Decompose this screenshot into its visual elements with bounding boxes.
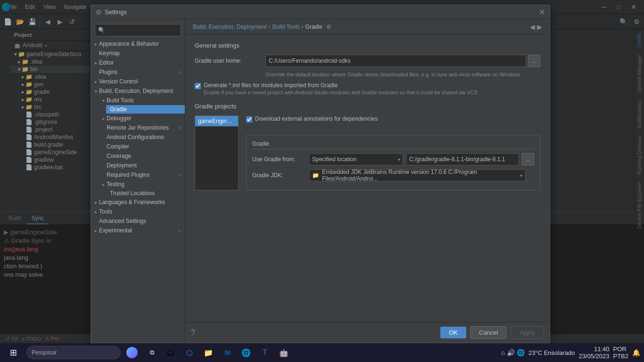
nav-arrow-experimental: ▸ [95,228,97,233]
gradle-section-label: Gradle [252,140,534,149]
nav-appearance-behavior[interactable]: ▸ Appearance & Behavior [91,39,185,49]
nav-advanced-settings[interactable]: ▸ Advanced Settings [91,216,185,226]
nav-arrow-lang: ▸ [95,200,97,205]
generate-iml-checkbox[interactable] [195,83,201,89]
nav-arrow-build: ▾ [95,89,97,94]
cortana-button[interactable] [126,347,138,358]
settings-search-container[interactable]: 🔍 [95,24,181,36]
nav-gradle[interactable]: Gradle [106,105,185,114]
nav-coverage[interactable]: ▸ Coverage [99,151,185,161]
gradle-jdk-select[interactable]: 📁 Embedded JDK JetBrains Runtime version… [309,169,526,181]
taskbar-temp: 23°C Ensolarado [528,349,575,356]
nav-arrow-tools: ▸ [95,209,97,214]
nav-label-plugins: Plugins [99,69,117,75]
nav-debugger[interactable]: ▸ Debugger [99,114,185,123]
nav-experimental[interactable]: ▸ Experimental ≡ [91,226,185,235]
nav-build-deployment[interactable]: ▾ Build, Execution, Deployment [91,86,185,96]
dialog-title-bar: ⚙ Settings ✕ [91,5,550,19]
gradle-jdk-row: Gradle JDK: 📁 Embedded JDK JetBrains Run… [252,169,534,181]
projects-section: gameEngineSeScrol Download external anno… [195,115,540,190]
taskbar-right-area: ⌂ 🔊 🌐 23°C Ensolarado 11:40 23/05/2023 P… [501,346,640,360]
system-tray[interactable]: ⌂ 🔊 🌐 [501,349,525,356]
start-button[interactable]: ⊞ [4,345,23,360]
settings-search-input[interactable] [107,27,178,33]
download-annotations-row: Download external annotations for depend… [246,115,540,123]
breadcrumb-back[interactable]: ◀ [530,23,535,31]
taskbar-chrome[interactable]: 🌐 [238,344,255,361]
settings-navigation: 🔍 ▸ Appearance & Behavior ▸ Keymap ▸ Edi… [91,19,185,343]
nav-testing[interactable]: ▸ Testing [99,180,185,189]
nav-keymap[interactable]: ▸ Keymap [91,49,185,58]
nav-required-plugins[interactable]: ▸ Required Plugins ≡ [99,170,185,180]
breadcrumb-settings-icon[interactable]: ⚙ [326,24,331,30]
nav-label-build: Build, Execution, Deployment [99,88,173,94]
nav-ext-experimental: ≡ [178,228,181,233]
nav-label-android-configs: Android Configurations [107,134,164,140]
projects-list: gameEngineSeScrol [195,115,239,190]
gradle-path-browse-button[interactable]: … [522,153,534,165]
breadcrumb-bar: Build, Execution, Deployment › Build Too… [185,19,550,34]
project-item-main[interactable]: gameEngineSeScrol [195,116,238,126]
nav-label-gradle: Gradle [110,106,127,113]
settings-content: Build, Execution, Deployment › Build Too… [185,19,550,343]
nav-ext-remote-jar: ≡ [178,125,181,131]
breadcrumb-sep1: › [269,24,271,30]
gradle-user-home-label: Gradle user home: [195,58,265,64]
nav-plugins[interactable]: ▸ Plugins ≡ [91,67,185,77]
gradle-user-home-row: Gradle user home: … [195,55,540,67]
nav-tools[interactable]: ▸ Tools [91,207,185,216]
gradle-user-home-input[interactable] [265,55,526,67]
nav-label-build-tools: Build Tools [107,97,134,104]
taskbar-task-view[interactable]: ⧉ [143,344,160,361]
taskbar-outlook[interactable]: ✉ [219,344,236,361]
generate-iml-hint: Enable if you have a mixed project with … [204,90,478,95]
taskbar-search[interactable]: Pesquisar [26,346,121,359]
gradle-path-input[interactable] [406,153,519,165]
taskbar-edge[interactable]: ⬡ [181,344,198,361]
clock-date: 23/05/2023 [578,353,609,360]
nav-android-configs[interactable]: ▸ Android Configurations [99,132,185,142]
nav-trusted-locations[interactable]: Trusted Locations [106,189,185,197]
nav-compiler[interactable]: ▸ Compiler [99,142,185,151]
nav-label-tools: Tools [99,208,112,215]
settings-title-text: Settings [105,8,539,16]
nav-editor[interactable]: ▸ Editor [91,58,185,67]
nav-label-lang: Languages & Frameworks [99,199,165,206]
nav-remote-jar[interactable]: ▸ Remote Jar Repositories ≡ [99,123,185,132]
nav-label-testing: Testing [107,181,124,188]
taskbar-search-placeholder: Pesquisar [32,349,57,356]
use-gradle-from-controls: Specified location Gradle wrapper Local … [309,153,534,165]
taskbar-explorer[interactable]: 🗂 [162,344,179,361]
nav-label-advanced: Advanced Settings [99,218,146,224]
breadcrumb-build-deployment[interactable]: Build, Execution, Deployment [193,24,267,30]
notifications-icon[interactable]: 🔔 [632,349,640,356]
nav-version-control[interactable]: ▸ Version Control [91,77,185,86]
taskbar-clock: 11:40 23/05/2023 [578,346,609,360]
dialog-ok-button[interactable]: OK [440,327,466,338]
taskbar-folder[interactable]: 📁 [200,344,217,361]
gradle-user-home-browse-button[interactable]: … [528,55,540,67]
nav-arrow-debugger: ▸ [102,116,105,121]
dialog-cancel-button[interactable]: Cancel [470,326,507,339]
use-gradle-from-select[interactable]: Specified location Gradle wrapper Local … [309,153,403,165]
generate-iml-label: Generate *.iml files for modules importe… [204,82,478,89]
taskbar-android-studio[interactable]: 🤖 [275,344,292,361]
taskbar-teams[interactable]: T [256,344,273,361]
gradle-user-home-wrap: … [265,55,540,67]
dialog-apply-button[interactable]: Apply [511,326,544,339]
nav-label-deployment: Deployment [107,162,137,169]
dialog-help-button[interactable]: ? [191,329,195,337]
breadcrumb-forward[interactable]: ▶ [537,23,542,31]
jdk-folder-icon: 📁 [312,172,319,179]
nav-build-tools[interactable]: ▾ Build Tools [99,96,185,105]
breadcrumb-navigation: ◀ ▶ [530,23,542,31]
dialog-close-button[interactable]: ✕ [539,8,545,16]
download-annotations-checkbox[interactable] [246,116,252,123]
breadcrumb-build-tools[interactable]: Build Tools [272,24,300,30]
nav-deployment[interactable]: ▸ Deployment [99,161,185,170]
dialog-body: 🔍 ▸ Appearance & Behavior ▸ Keymap ▸ Edi… [91,19,550,343]
nav-languages-frameworks[interactable]: ▸ Languages & Frameworks [91,197,185,207]
generate-iml-label-wrap: Generate *.iml files for modules importe… [204,82,478,95]
jdk-value: Embedded JDK JetBrains Runtime version 1… [322,169,517,182]
nav-label-editor: Editor [99,59,114,66]
